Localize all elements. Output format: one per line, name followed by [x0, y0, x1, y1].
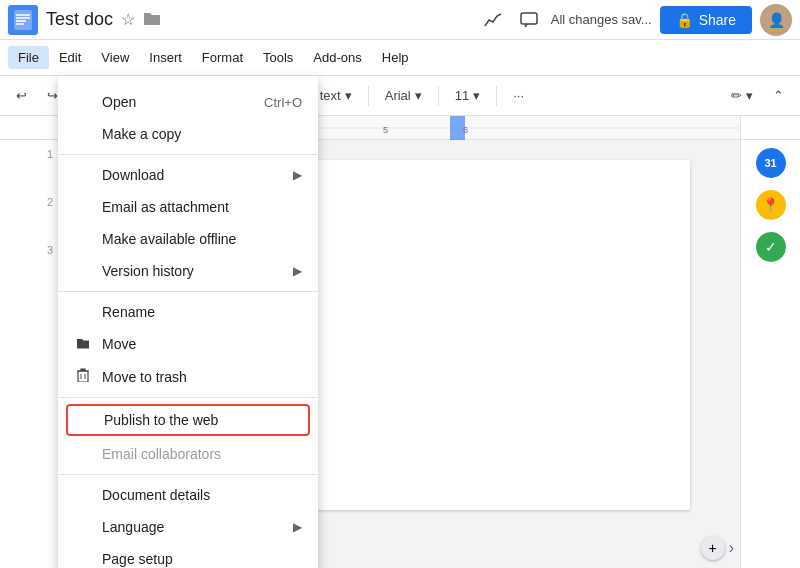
menu-item-open[interactable]: Open Ctrl+O — [58, 86, 318, 118]
menu-item-language[interactable]: Language ▶ — [58, 511, 318, 543]
menu-section-4: Publish to the web Email collaborators — [58, 398, 318, 475]
menu-item-doc-details[interactable]: Document details — [58, 479, 318, 511]
menu-item-email-attachment[interactable]: Email as attachment — [58, 191, 318, 223]
download-arrow: ▶ — [293, 168, 302, 182]
menu-item-offline[interactable]: Make available offline — [58, 223, 318, 255]
trash-icon — [74, 368, 92, 385]
rename-label: Rename — [102, 304, 155, 320]
make-copy-label: Make a copy — [102, 126, 181, 142]
language-arrow: ▶ — [293, 520, 302, 534]
trash-label: Move to trash — [102, 369, 187, 385]
history-arrow: ▶ — [293, 264, 302, 278]
menu-item-version-history[interactable]: Version history ▶ — [58, 255, 318, 287]
menu-item-rename[interactable]: Rename — [58, 296, 318, 328]
move-folder-icon — [74, 336, 92, 352]
menu-item-page-setup[interactable]: Page setup — [58, 543, 318, 568]
file-dropdown-menu: Open Ctrl+O Make a copy Download ▶ Email… — [58, 76, 318, 568]
open-label: Open — [102, 94, 136, 110]
doc-details-label: Document details — [102, 487, 210, 503]
email-attachment-label: Email as attachment — [102, 199, 229, 215]
menu-item-make-copy[interactable]: Make a copy — [58, 118, 318, 150]
move-label: Move — [102, 336, 136, 352]
menu-section-2: Download ▶ Email as attachment Make avai… — [58, 155, 318, 292]
open-shortcut: Ctrl+O — [264, 95, 302, 110]
svg-rect-16 — [78, 371, 88, 382]
menu-section-1: Open Ctrl+O Make a copy — [58, 82, 318, 155]
menu-item-move[interactable]: Move — [58, 328, 318, 360]
menu-item-email-collaborators: Email collaborators — [58, 438, 318, 470]
menu-item-trash[interactable]: Move to trash — [58, 360, 318, 393]
offline-label: Make available offline — [102, 231, 236, 247]
language-label: Language — [102, 519, 164, 535]
page-setup-label: Page setup — [102, 551, 173, 567]
menu-item-download[interactable]: Download ▶ — [58, 159, 318, 191]
download-label: Download — [102, 167, 164, 183]
menu-section-3: Rename Move — [58, 292, 318, 398]
version-history-label: Version history — [102, 263, 194, 279]
menu-section-5: Document details Language ▶ Page setup — [58, 475, 318, 568]
publish-web-label: Publish to the web — [104, 412, 218, 428]
email-collabs-label: Email collaborators — [102, 446, 221, 462]
menu-item-publish-web[interactable]: Publish to the web — [66, 404, 310, 436]
